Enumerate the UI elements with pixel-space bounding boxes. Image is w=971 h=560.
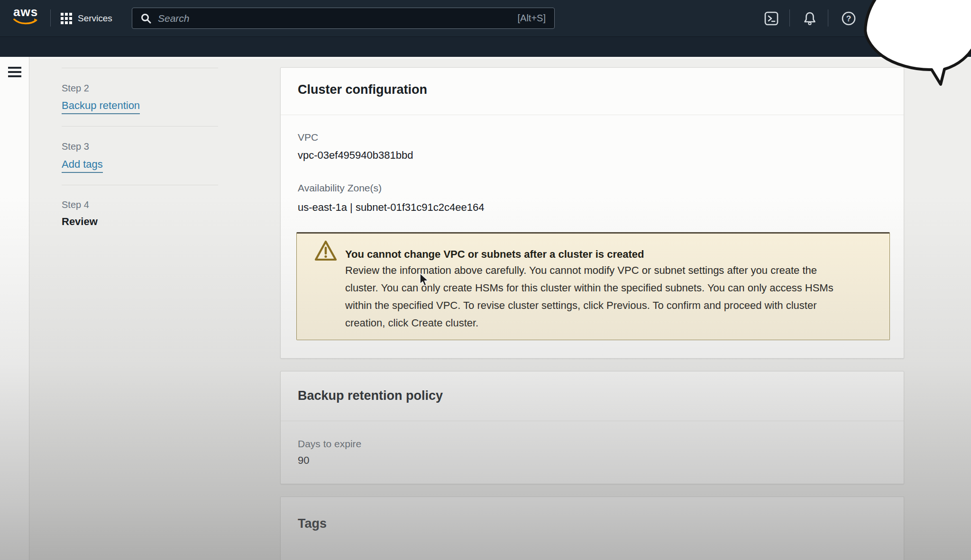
tags-panel [280,497,904,560]
nav-divider [869,9,869,27]
backup-retention-policy-panel [280,371,904,484]
search-shortcut-hint: [Alt+S] [518,13,546,24]
aws-smile-icon [13,18,38,27]
step-3-label: Step 3 [62,141,89,152]
step-4-label: Step 4 [62,199,89,210]
search-icon [141,13,151,24]
services-grid-icon [61,13,72,24]
cloudshell-terminal-icon[interactable] [762,9,780,27]
notifications-bell-icon[interactable] [801,9,819,27]
step-divider [62,126,218,126]
content-top-divider [0,57,971,59]
vpc-label: VPC [298,132,318,143]
backup-retention-policy-title: Backup retention policy [298,388,443,403]
global-search-box[interactable]: [Alt+S] [132,8,555,29]
aws-logo-text: aws [13,6,38,18]
nav-divider [50,9,51,27]
vpc-value: vpc-03ef495940b381bbd [298,149,413,162]
nav-divider [828,9,828,27]
cluster-configuration-title: Cluster configuration [298,82,427,97]
step-3-link-add-tags[interactable]: Add tags [62,158,103,173]
step-divider [62,185,218,185]
availability-zones-label: Availability Zone(s) [298,182,382,194]
search-input[interactable] [158,13,511,24]
availability-zones-value: us-east-1a | subnet-01f31c91c2c4ee164 [298,201,484,214]
step-2-label: Step 2 [62,83,89,94]
help-icon[interactable]: ? [840,9,858,27]
warning-text-line: Review the information above carefully. … [345,264,817,277]
service-breadcrumb-bar [0,36,971,57]
step-2-link-backup-retention[interactable]: Backup retention [62,99,140,114]
warning-text-line: creation, click Create cluster. [345,317,478,329]
tags-title: Tags [298,516,327,531]
services-label: Services [78,13,112,24]
panel-header-divider [281,421,904,421]
warning-text-line: cluster. You can only create HSMs for th… [345,282,834,294]
nav-divider [789,9,790,27]
days-to-expire-label: Days to expire [298,438,361,450]
days-to-expire-value: 90 [298,454,309,467]
menu-hamburger-icon[interactable] [8,67,21,79]
services-menu-button[interactable]: Services [61,9,112,27]
aws-logo[interactable]: aws [13,6,38,29]
warning-triangle-icon [314,240,337,263]
collapsed-sidenav-rail [0,57,29,560]
step-divider [62,68,218,68]
aws-console-screen: aws Services [Alt+S] [0,0,971,560]
top-navigation-bar: aws Services [Alt+S] [0,0,971,36]
svg-text:?: ? [846,14,851,23]
panel-header-divider [281,115,904,115]
warning-text-line: within the specified VPC. To revise clus… [345,299,817,312]
step-4-current-review: Review [62,216,98,228]
warning-title: You cannot change VPC or subnets after a… [345,248,644,261]
